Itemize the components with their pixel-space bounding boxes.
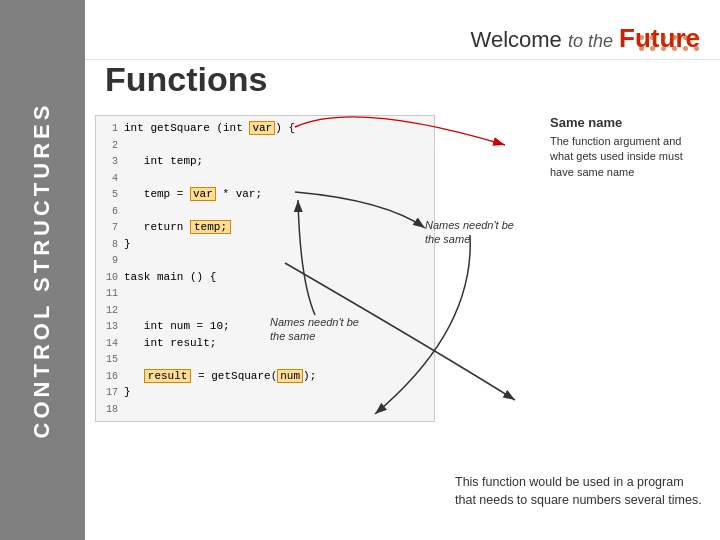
code-line-14: 14 int result;: [100, 335, 430, 352]
code-line-3: 3 int temp;: [100, 153, 430, 170]
code-line-18: 18: [100, 401, 430, 418]
code-line-8: 8 }: [100, 236, 430, 253]
code-line-6: 6: [100, 203, 430, 220]
code-line-13: 13 int num = 10;: [100, 318, 430, 335]
names-label-below: Names needn't be the same: [270, 315, 360, 344]
code-line-9: 9: [100, 252, 430, 269]
code-line-2: 2: [100, 137, 430, 154]
code-line-12: 12: [100, 302, 430, 319]
code-line-10: 10 task main () {: [100, 269, 430, 286]
code-line-1: 1 int getSquare (int var) {: [100, 120, 430, 137]
names-label-right: Names needn't be the same: [425, 218, 515, 247]
same-name-title: Same name: [550, 115, 705, 130]
dots-decoration: [639, 35, 702, 54]
code-block: 1 int getSquare (int var) { 2 3 int temp…: [95, 115, 435, 422]
bottom-text: This function would be used in a program…: [455, 473, 705, 511]
sidebar: CONTROL STRUCTURES: [0, 0, 85, 540]
bottom-text-content: This function would be used in a program…: [455, 475, 702, 508]
code-line-5: 5 temp = var * var;: [100, 186, 430, 203]
same-name-annotation: Same name The function argument and what…: [550, 115, 705, 180]
code-line-11: 11: [100, 285, 430, 302]
page-title: Functions: [105, 60, 267, 99]
same-name-body: The function argument and what gets used…: [550, 134, 705, 180]
main-content: Welcome to the Future Functions 1 int ge…: [85, 0, 720, 540]
code-line-7: 7 return temp;: [100, 219, 430, 236]
code-line-17: 17 }: [100, 384, 430, 401]
sidebar-label: CONTROL STRUCTURES: [30, 102, 56, 439]
code-line-16: 16 result = getSquare(num);: [100, 368, 430, 385]
header: Welcome to the Future: [85, 0, 720, 60]
code-line-4: 4: [100, 170, 430, 187]
code-line-15: 15: [100, 351, 430, 368]
